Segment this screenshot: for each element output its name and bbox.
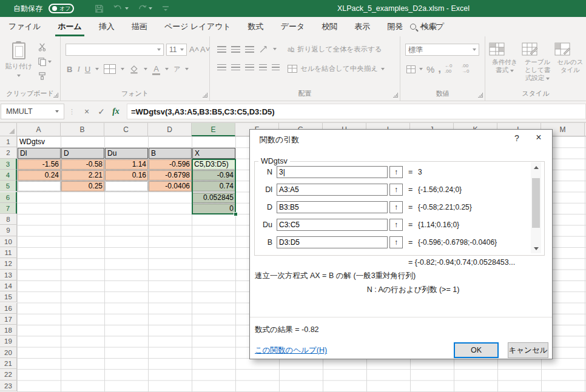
font-dialog-launcher-icon[interactable] <box>203 93 207 98</box>
cell-D4[interactable]: -0.6798 <box>149 170 192 181</box>
formula-input[interactable]: =WDgtsv(3,A3:A5,B3:B5,C3:C5,D3:D5) <box>127 104 586 119</box>
redo-caret-icon[interactable] <box>149 7 152 10</box>
align-center-icon[interactable] <box>231 64 240 71</box>
row-header-3[interactable]: 3 <box>0 159 17 170</box>
font-name-combo[interactable] <box>66 44 164 56</box>
row-header-7[interactable]: 7 <box>0 203 17 214</box>
font-size-combo[interactable]: 11 <box>166 44 187 56</box>
cell-C2[interactable]: Du <box>105 148 148 158</box>
range-picker-icon-Dl[interactable]: ↑ <box>389 184 403 196</box>
tab-数式[interactable]: 数式 <box>240 17 272 36</box>
redo-icon[interactable] <box>137 4 147 13</box>
comma-style-button[interactable]: , <box>438 63 441 75</box>
row-header-6[interactable]: 6 <box>0 192 17 203</box>
column-header-B[interactable]: B <box>61 123 104 136</box>
cell-A1[interactable]: WDgtsv <box>18 137 61 147</box>
row-header-1[interactable]: 1 <box>0 136 17 147</box>
column-header-E[interactable]: E <box>192 123 235 136</box>
wrap-text-button[interactable]: 折り返して全体を表示する <box>297 45 382 54</box>
align-bottom-icon[interactable] <box>245 46 254 53</box>
format-as-table-button[interactable]: テーブルとして書式設定 <box>522 42 553 82</box>
undo-icon[interactable] <box>113 4 123 13</box>
cancel-entry-icon[interactable]: × <box>79 107 94 116</box>
tab-データ[interactable]: データ <box>272 17 314 36</box>
decrease-decimal-button[interactable]: .00 →0 <box>462 64 475 75</box>
cell-C3[interactable]: 1.14 <box>105 159 148 170</box>
range-picker-icon-D[interactable]: ↑ <box>389 201 403 213</box>
tab-開発[interactable]: 開発 <box>379 17 411 36</box>
decrease-indent-icon[interactable] <box>259 64 267 71</box>
column-header-A[interactable]: A <box>17 123 61 136</box>
cell-styles-button[interactable]: セルのスタイル <box>554 42 586 82</box>
bold-button[interactable]: B <box>67 65 72 74</box>
scroll-down-icon[interactable] <box>531 244 541 253</box>
row-header-21[interactable]: 21 <box>0 358 17 369</box>
cell-A3[interactable]: -1.56 <box>18 159 61 170</box>
paste-button[interactable]: 貼り付け <box>5 41 33 88</box>
row-header-8[interactable]: 8 <box>0 214 17 225</box>
cell-E2[interactable]: X <box>192 148 235 158</box>
accounting-caret-icon[interactable] <box>419 68 423 70</box>
increase-decimal-button[interactable]: ←0 .00 <box>445 64 458 75</box>
tab-挿入[interactable]: 挿入 <box>90 17 123 36</box>
dialog-help-button[interactable]: ? <box>511 133 523 143</box>
range-picker-icon-N[interactable]: ↑ <box>389 166 403 178</box>
format-painter-icon[interactable] <box>38 71 52 81</box>
font-color-icon[interactable]: A <box>152 63 160 75</box>
cell-C5[interactable] <box>105 181 148 191</box>
cut-icon[interactable] <box>38 42 52 51</box>
tab-ページ レイアウト[interactable]: ページ レイアウト <box>156 17 240 36</box>
argument-input-Dl[interactable]: A3:A5 <box>277 184 388 196</box>
font-color-caret-icon[interactable] <box>165 68 169 70</box>
argument-input-D[interactable]: B3:B5 <box>277 201 388 213</box>
tab-ホーム[interactable]: ホーム <box>49 17 90 36</box>
row-header-17[interactable]: 17 <box>0 314 17 325</box>
fill-color-caret-icon[interactable] <box>144 68 147 70</box>
save-icon[interactable] <box>95 4 104 13</box>
grow-font-button[interactable]: A˄ <box>189 45 199 54</box>
align-middle-icon[interactable] <box>231 46 240 53</box>
customize-qat-icon[interactable] <box>162 5 169 12</box>
dialog-close-button[interactable]: × <box>530 132 547 143</box>
row-header-2[interactable]: 2 <box>0 147 17 158</box>
cell-B5[interactable]: 0.25 <box>61 181 104 191</box>
align-right-icon[interactable] <box>245 64 254 71</box>
undo-caret-icon[interactable] <box>125 7 129 10</box>
name-box[interactable]: MMULT <box>1 104 64 119</box>
ok-button[interactable]: OK <box>454 342 499 358</box>
number-dialog-launcher-icon[interactable] <box>478 93 483 98</box>
merge-center-button[interactable]: セルを結合して中央揃え <box>300 64 378 73</box>
cell-D3[interactable]: -0.596 <box>149 159 192 170</box>
underline-button[interactable]: U <box>85 65 90 74</box>
row-header-9[interactable]: 9 <box>0 225 17 236</box>
number-format-combo[interactable]: 標準 <box>405 44 479 56</box>
row-header-10[interactable]: 10 <box>0 236 17 247</box>
align-top-icon[interactable] <box>217 46 226 53</box>
tab-file[interactable]: ファイル <box>0 17 49 36</box>
merge-caret-icon[interactable] <box>381 68 385 70</box>
row-header-18[interactable]: 18 <box>0 325 17 336</box>
column-header-C[interactable]: C <box>104 123 148 136</box>
row-header-14[interactable]: 14 <box>0 281 17 291</box>
row-header-22[interactable]: 22 <box>0 369 17 380</box>
cancel-button[interactable]: キャンセル <box>508 342 548 358</box>
fill-handle[interactable] <box>234 212 238 216</box>
cell-A5[interactable] <box>18 181 61 191</box>
row-header-4[interactable]: 4 <box>0 170 17 181</box>
orientation-caret-icon[interactable] <box>273 48 277 50</box>
row-header-11[interactable]: 11 <box>0 247 17 258</box>
cell-B2[interactable]: D <box>61 148 104 158</box>
phonetic-guide-icon[interactable]: ア <box>173 65 180 74</box>
row-header-15[interactable]: 15 <box>0 291 17 302</box>
conditional-formatting-button[interactable]: 条件付き書式 <box>489 42 520 82</box>
argument-input-Du[interactable]: C3:C5 <box>277 219 388 231</box>
row-header-13[interactable]: 13 <box>0 270 17 281</box>
range-picker-icon-Du[interactable]: ↑ <box>389 219 403 231</box>
argument-input-B[interactable]: D3:D5 <box>277 236 388 248</box>
row-header-19[interactable]: 19 <box>0 336 17 347</box>
cell-A4[interactable]: 0.24 <box>18 170 61 181</box>
tab-描画[interactable]: 描画 <box>123 17 156 36</box>
search-box[interactable]: 検索 <box>410 17 437 36</box>
cell-B3[interactable]: -0.58 <box>61 159 104 170</box>
copy-icon[interactable] <box>38 57 52 66</box>
